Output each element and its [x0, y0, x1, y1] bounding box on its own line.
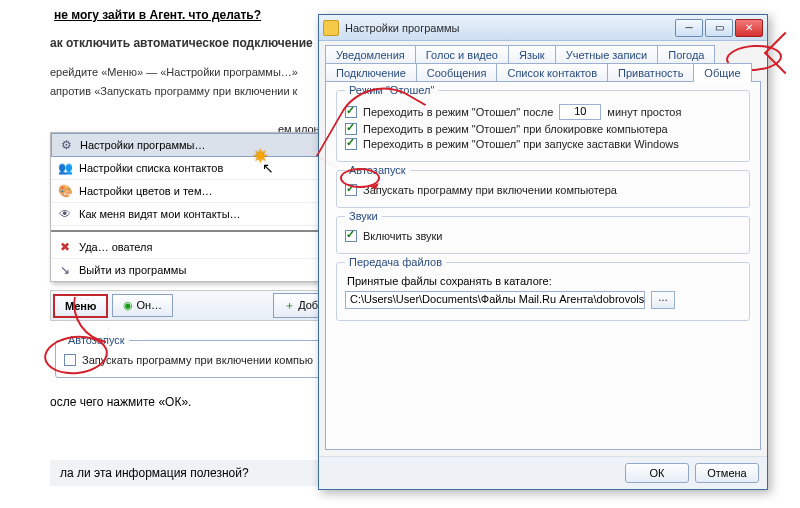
tab-connection[interactable]: Подключение [325, 63, 417, 82]
people-icon: 👥 [57, 160, 73, 176]
sounds-row[interactable]: Включить звуки [345, 230, 741, 242]
group-away-mode: Режим "Отошел" Переходить в режим "Отоше… [336, 90, 750, 162]
menu-item-how-contacts-see-me[interactable]: 👁 Как меня видят мои контакты… [51, 203, 349, 226]
menu-item-contact-list-settings[interactable]: 👥 Настройки списка контактов [51, 157, 349, 180]
context-menu: ⚙ Настройки программы… 👥 Настройки списк… [50, 132, 350, 282]
menu-item-program-settings[interactable]: ⚙ Настройки программы… [51, 133, 349, 157]
away-on-screensaver-row[interactable]: Переходить в режим "Отошел" при запуске … [345, 138, 741, 150]
online-dot-icon: ◉ [123, 299, 133, 311]
feedback-prompt: ла ли эта информация полезной? [50, 460, 330, 486]
menu-item-label: Настройки списка контактов [79, 162, 223, 174]
autorun-group-zoom: Автозапуск Запускать программу при включ… [55, 340, 345, 378]
checkbox-icon[interactable] [345, 184, 357, 196]
away-after-row[interactable]: Переходить в режим "Отошел" после 10 мин… [345, 104, 741, 120]
menu-item-label: Как меня видят мои контакты… [79, 208, 241, 220]
away-on-lock-row[interactable]: Переходить в режим "Отошел" при блокиров… [345, 123, 741, 135]
tab-messages[interactable]: Сообщения [416, 63, 498, 82]
autorun-checkbox-row[interactable]: Запускать программу при включении компью [64, 354, 336, 366]
autorun-row[interactable]: Запускать программу при включении компью… [345, 184, 741, 196]
group-title: Передача файлов [345, 256, 446, 268]
label: Запускать программу при включении компью… [363, 184, 617, 196]
minimize-button[interactable]: ─ [675, 19, 703, 37]
article-after-text: осле чего нажмите «ОК». [50, 395, 191, 409]
eye-icon: 👁 [57, 206, 73, 222]
tab-notifications[interactable]: Уведомления [325, 45, 416, 64]
label-suffix: минут простоя [607, 106, 681, 118]
menu-separator [51, 230, 349, 232]
remove-icon: ✖ [57, 239, 73, 255]
exit-icon: ↘ [57, 262, 73, 278]
checkbox-icon[interactable] [345, 106, 357, 118]
menu-item-theme-settings[interactable]: 🎨 Настройки цветов и тем… [51, 180, 349, 203]
checkbox-icon[interactable] [345, 138, 357, 150]
main-toolbar: Меню ◉ Он… ＋ Добави [50, 290, 350, 321]
tab-weather[interactable]: Погода [657, 45, 715, 64]
ok-button[interactable]: ОК [625, 463, 689, 483]
label: Переходить в режим "Отошел" при блокиров… [363, 123, 668, 135]
browse-button[interactable]: … [651, 291, 675, 309]
group-autorun: Автозапуск Запускать программу при включ… [336, 170, 750, 208]
gear-icon: ⚙ [58, 137, 74, 153]
palette-icon: 🎨 [57, 183, 73, 199]
label: Переходить в режим "Отошел" при запуске … [363, 138, 679, 150]
group-title: Звуки [345, 210, 382, 222]
red-annotation-arrow-right [764, 32, 800, 74]
files-label: Принятые файлы сохранять в каталоге: [347, 275, 741, 287]
checkbox-label: Запускать программу при включении компью [82, 354, 313, 366]
tabstrip: Уведомления Голос и видео Язык Учетные з… [319, 41, 767, 81]
label: Переходить в режим "Отошел" после [363, 106, 553, 118]
away-minutes-input[interactable]: 10 [559, 104, 601, 120]
tab-privacy[interactable]: Приватность [607, 63, 694, 82]
group-title: Режим "Отошел" [345, 84, 438, 96]
menu-button[interactable]: Меню [53, 294, 108, 318]
group-title: Автозапуск [64, 334, 129, 346]
cancel-button[interactable]: Отмена [695, 463, 759, 483]
dialog-buttons: ОК Отмена [319, 456, 767, 489]
checkbox-icon[interactable] [345, 230, 357, 242]
tab-general[interactable]: Общие [693, 63, 751, 82]
close-button[interactable]: ✕ [735, 19, 763, 37]
label: Включить звуки [363, 230, 443, 242]
group-sounds: Звуки Включить звуки [336, 216, 750, 254]
status-online-button[interactable]: ◉ Он… [112, 294, 173, 317]
menu-item-remove-user[interactable]: ✖ Уда… ователя [51, 236, 349, 259]
titlebar: Настройки программы ─ ▭ ✕ [319, 15, 767, 41]
plus-icon: ＋ [284, 299, 295, 311]
dialog-title: Настройки программы [345, 22, 669, 34]
menu-item-label: Уда… ователя [79, 241, 152, 253]
maximize-button[interactable]: ▭ [705, 19, 733, 37]
menu-item-label: Выйти из программы [79, 264, 186, 276]
menu-item-exit[interactable]: ↘ Выйти из программы [51, 259, 349, 281]
tab-language[interactable]: Язык [508, 45, 556, 64]
checkbox-icon[interactable] [345, 123, 357, 135]
tab-accounts[interactable]: Учетные записи [555, 45, 659, 64]
tab-contact-list[interactable]: Список контактов [496, 63, 608, 82]
checkbox-icon[interactable] [64, 354, 76, 366]
status-label: Он… [136, 299, 162, 311]
app-icon [323, 20, 339, 36]
tab-voice-video[interactable]: Голос и видео [415, 45, 509, 64]
menu-item-label: Настройки программы… [80, 139, 205, 151]
settings-dialog: Настройки программы ─ ▭ ✕ Уведомления Го… [318, 14, 768, 490]
save-path-input[interactable]: C:\Users\User\Documents\Файлы Mail.Ru Аг… [345, 291, 645, 309]
tab-panel-general: Режим "Отошел" Переходить в режим "Отоше… [325, 81, 761, 450]
group-title: Автозапуск [345, 164, 410, 176]
cursor-icon: ↖ [262, 160, 274, 176]
group-file-transfer: Передача файлов Принятые файлы сохранять… [336, 262, 750, 321]
menu-item-label: Настройки цветов и тем… [79, 185, 213, 197]
